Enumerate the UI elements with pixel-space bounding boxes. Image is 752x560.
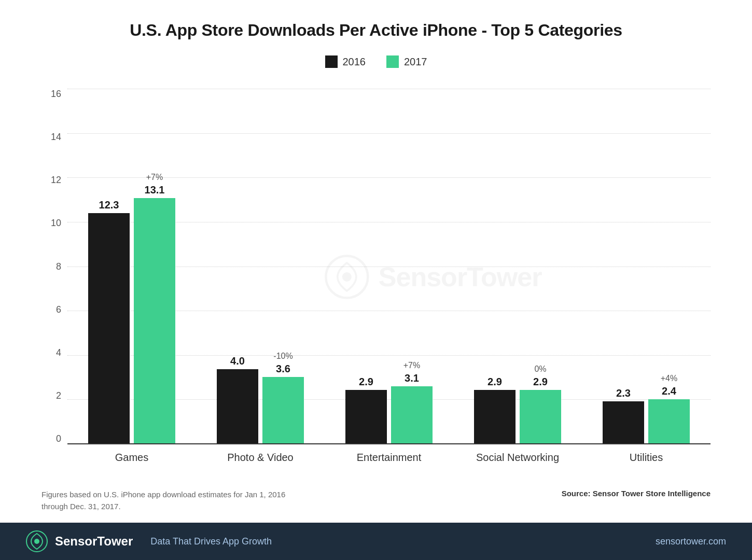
bar-wrapper-utilities-2016: 2.3 — [603, 387, 644, 444]
chart-title: U.S. App Store Downloads Per Active iPho… — [41, 21, 711, 40]
bar-photo-2017 — [262, 377, 304, 445]
bar-value-social-2017: 2.9 — [533, 376, 548, 388]
bar-value-photo-2016: 4.0 — [230, 355, 245, 367]
chart-area: U.S. App Store Downloads Per Active iPho… — [0, 0, 752, 481]
footnotes: Figures based on U.S. iPhone app downloa… — [0, 481, 752, 523]
bar-photo-2016 — [217, 369, 258, 444]
category-group-entertainment: 2.9 +7% 3.1 — [325, 361, 453, 444]
bar-value-games-2017: 13.1 — [145, 184, 165, 196]
y-label-14: 14 — [51, 132, 61, 143]
footer-logo-icon — [26, 530, 48, 552]
footer-bar: SensorTower Data That Drives App Growth … — [0, 523, 752, 560]
bar-change-social: 0% — [534, 365, 546, 374]
category-group-games: 12.3 +7% 13.1 — [67, 173, 196, 444]
bar-games-2017 — [134, 198, 175, 444]
bar-wrapper-entertainment-2017: +7% 3.1 — [391, 361, 433, 444]
y-label-2: 2 — [56, 390, 61, 401]
bar-change-photo: -10% — [273, 352, 293, 361]
y-label-6: 6 — [56, 304, 61, 315]
category-group-utilities: 2.3 +4% 2.4 — [582, 374, 711, 444]
bar-wrapper-entertainment-2016: 2.9 — [345, 376, 387, 444]
chart-body: 0 2 4 6 8 10 12 14 16 — [41, 83, 711, 470]
footer-url: sensortower.com — [656, 536, 726, 547]
x-axis-line — [67, 443, 711, 444]
bar-entertainment-2017 — [391, 386, 433, 444]
legend: 2016 2017 — [41, 55, 711, 68]
bar-value-social-2016: 2.9 — [488, 376, 502, 388]
bar-wrapper-games-2017: +7% 13.1 — [134, 173, 175, 444]
bar-change-entertainment: +7% — [403, 361, 420, 370]
bar-social-2017 — [520, 390, 561, 444]
bar-change-utilities: +4% — [661, 374, 677, 383]
legend-item-2017: 2017 — [386, 55, 427, 68]
category-group-photo: 4.0 -10% 3.6 — [196, 352, 325, 445]
bar-utilities-2016 — [603, 401, 644, 444]
bar-wrapper-photo-2016: 4.0 — [217, 355, 258, 444]
legend-swatch-2016 — [325, 55, 338, 68]
bar-entertainment-2016 — [345, 390, 387, 444]
y-label-16: 16 — [51, 89, 61, 100]
bar-games-2016 — [88, 213, 130, 444]
bar-wrapper-social-2017: 0% 2.9 — [520, 365, 561, 444]
bar-social-2016 — [474, 390, 516, 444]
legend-label-2016: 2016 — [343, 56, 366, 68]
category-group-social: 2.9 0% 2.9 — [453, 365, 582, 444]
bars-container: 12.3 +7% 13.1 4.0 — [67, 83, 711, 470]
y-label-0: 0 — [56, 433, 61, 444]
bar-wrapper-photo-2017: -10% 3.6 — [262, 352, 304, 445]
main-container: U.S. App Store Downloads Per Active iPho… — [0, 0, 752, 560]
bar-change-games: +7% — [146, 173, 163, 182]
chart-inner: SensorTower 12.3 +7% 13.1 — [67, 83, 711, 470]
bar-wrapper-utilities-2017: +4% 2.4 — [648, 374, 690, 444]
footnote-left: Figures based on U.S. iPhone app downloa… — [41, 489, 301, 512]
y-label-10: 10 — [51, 218, 61, 229]
y-axis: 0 2 4 6 8 10 12 14 16 — [41, 83, 67, 470]
footer-tagline: Data That Drives App Growth — [150, 536, 272, 547]
footnote-right: Source: Sensor Tower Store Intelligence — [562, 489, 711, 498]
legend-item-2016: 2016 — [325, 55, 366, 68]
bar-value-entertainment-2017: 3.1 — [405, 372, 419, 384]
bar-value-photo-2017: 3.6 — [276, 363, 290, 375]
footnote-right-text: Source: Sensor Tower Store Intelligence — [562, 489, 711, 498]
bar-value-utilities-2016: 2.3 — [616, 387, 631, 399]
bar-wrapper-games-2016: 12.3 — [88, 199, 130, 444]
svg-point-3 — [34, 539, 39, 544]
bar-value-games-2016: 12.3 — [99, 199, 119, 211]
bar-wrapper-social-2016: 2.9 — [474, 376, 516, 444]
y-label-12: 12 — [51, 175, 61, 186]
bar-value-utilities-2017: 2.4 — [662, 385, 676, 397]
footer-left: SensorTower Data That Drives App Growth — [26, 530, 272, 552]
y-label-4: 4 — [56, 347, 61, 358]
legend-swatch-2017 — [386, 55, 399, 68]
y-label-8: 8 — [56, 261, 61, 272]
legend-label-2017: 2017 — [404, 56, 427, 68]
footer-brand: SensorTower — [55, 534, 133, 549]
bar-value-entertainment-2016: 2.9 — [359, 376, 373, 388]
bar-utilities-2017 — [648, 399, 690, 444]
